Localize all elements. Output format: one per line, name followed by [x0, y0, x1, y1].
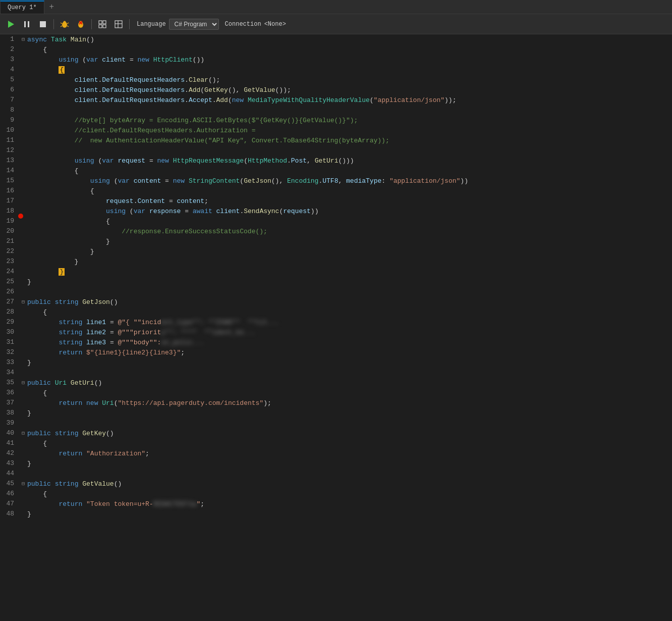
line-num: 3	[0, 55, 19, 65]
line-code: return $"{line1}{line2}{line3}";	[27, 349, 672, 356]
line-num: 12	[0, 145, 19, 156]
line-num: 27	[0, 297, 19, 307]
results-button[interactable]	[95, 17, 110, 31]
line-gutter[interactable]: ⊟	[19, 430, 27, 436]
line-num: 9	[0, 115, 19, 125]
table-row: 33 }	[0, 357, 672, 368]
line-num: 8	[0, 105, 19, 115]
line-num: 40	[0, 428, 19, 438]
svg-line-9	[67, 26, 69, 27]
line-num: 20	[0, 226, 19, 236]
line-num: 34	[0, 368, 19, 378]
line-code: using (var content = new StringContent(G…	[27, 177, 672, 185]
table-row: 23 }	[0, 256, 672, 267]
table-row: 45 ⊟ public string GetValue()	[0, 479, 672, 489]
line-code: async Task Main()	[27, 36, 672, 43]
line-num: 25	[0, 277, 19, 287]
run-button[interactable]	[3, 17, 18, 31]
line-num: 4	[0, 65, 19, 75]
line-num: 36	[0, 388, 19, 398]
svg-rect-3	[40, 21, 46, 27]
tab-query1[interactable]: Query 1*	[0, 1, 44, 14]
line-num: 6	[0, 85, 19, 95]
tab-add[interactable]: +	[44, 1, 60, 14]
table-row: 29 string line1 = @"{ ""incident_type"":…	[0, 317, 672, 327]
tab-label: Query 1*	[8, 4, 37, 11]
table-row: 10 //client.DefaultRequestHeaders.Author…	[0, 125, 672, 135]
table-row: 14 {	[0, 166, 672, 176]
line-num: 21	[0, 236, 19, 246]
table-row: 5 client.DefaultRequestHeaders.Clear();	[0, 75, 672, 85]
line-num: 44	[0, 469, 19, 479]
toolbar: Language C# Program Connection <None>	[0, 14, 672, 34]
svg-rect-1	[24, 21, 26, 27]
line-code: string line1 = @"{ ""incident_type"": ""…	[27, 319, 672, 326]
table-row: 40 ⊟ public string GetKey()	[0, 428, 672, 438]
table-row: 9 //byte[] byteArray = Encoding.ASCII.Ge…	[0, 115, 672, 125]
line-code: string line2 = @"""priority"": """" ""id…	[27, 329, 672, 336]
table-row: 7 client.DefaultRequestHeaders.Accept.Ad…	[0, 95, 672, 105]
code-area[interactable]: 1 ⊟ async Task Main() 2 { 3 using (var c…	[0, 34, 672, 621]
line-code: {	[27, 187, 672, 195]
table-row: 35 ⊟ public Uri GetUri()	[0, 378, 672, 388]
results-icon	[98, 20, 107, 29]
svg-rect-15	[103, 21, 106, 24]
line-num: 11	[0, 135, 19, 145]
svg-rect-18	[115, 21, 122, 28]
line-code: }	[27, 238, 672, 245]
line-code: public string GetJson()	[27, 298, 672, 306]
line-gutter[interactable]: ⊟	[19, 380, 27, 386]
table-row: 11 // new AuthenticationHeaderValue("API…	[0, 135, 672, 145]
line-gutter[interactable]: ⊟	[19, 481, 27, 487]
bug-stop-icon	[76, 20, 85, 29]
line-num: 29	[0, 317, 19, 327]
line-code: }	[27, 409, 672, 417]
results-grid-button[interactable]	[111, 17, 126, 31]
line-code: public Uri GetUri()	[27, 379, 672, 387]
line-num: 24	[0, 267, 19, 277]
line-num: 10	[0, 125, 19, 135]
line-code: {	[27, 308, 672, 316]
svg-rect-2	[28, 21, 29, 27]
line-num: 30	[0, 327, 19, 337]
language-select[interactable]: C# Program	[169, 19, 219, 30]
debug-button[interactable]	[57, 17, 72, 31]
line-num: 16	[0, 186, 19, 196]
table-row: 48 }	[0, 509, 672, 519]
connection-label: Connection	[225, 21, 261, 28]
line-num: 31	[0, 337, 19, 347]
stop-button[interactable]	[35, 17, 50, 31]
line-gutter[interactable]: ⊟	[19, 36, 27, 42]
line-code: return "Token token=u+R-REDACTED?1w";	[27, 500, 672, 508]
line-num: 5	[0, 75, 19, 85]
table-row: 34	[0, 368, 672, 378]
line-num: 37	[0, 398, 19, 408]
editor: 1 ⊟ async Task Main() 2 { 3 using (var c…	[0, 34, 672, 621]
line-code: }	[27, 510, 672, 518]
svg-line-7	[67, 23, 69, 24]
stop-debug-button[interactable]	[73, 17, 88, 31]
toolbar-separator3	[129, 19, 130, 29]
connection-value: <None>	[264, 21, 286, 28]
table-row: 32 return $"{line1}{line2}{line3}";	[0, 347, 672, 357]
table-row: 27 ⊟ public string GetJson()	[0, 297, 672, 307]
pause-icon	[22, 20, 31, 29]
line-gutter[interactable]: ⊟	[19, 299, 27, 305]
table-row: 30 string line2 = @"""priority"": """" "…	[0, 327, 672, 337]
table-row: 13 using (var request = new HttpRequestM…	[0, 156, 672, 166]
pause-button[interactable]	[19, 17, 34, 31]
table-row: 16 {	[0, 186, 672, 196]
table-row: 26	[0, 287, 672, 297]
table-row: 15 using (var content = new StringConten…	[0, 176, 672, 186]
table-row: 22 }	[0, 246, 672, 256]
table-row: 4 {	[0, 65, 672, 75]
line-code: // new AuthenticationHeaderValue("API Ke…	[27, 137, 672, 144]
line-num: 13	[0, 156, 19, 166]
line-code: {	[27, 167, 672, 175]
line-num: 39	[0, 418, 19, 428]
line-code: {	[27, 389, 672, 397]
table-row: 1 ⊟ async Task Main()	[0, 34, 672, 44]
line-code: client.DefaultRequestHeaders.Clear();	[27, 76, 672, 84]
line-code: {	[27, 440, 672, 447]
line-code: using (var client = new HttpClient())	[27, 56, 672, 64]
